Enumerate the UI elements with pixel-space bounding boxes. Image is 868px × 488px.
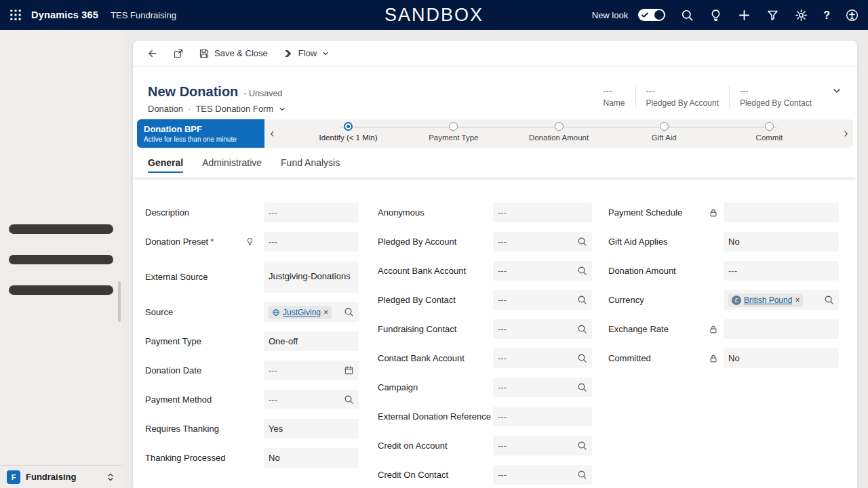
remove-value-icon[interactable]: × [795,296,800,304]
lookup-pill[interactable]: £ British Pound × [728,293,803,307]
donation-date-field[interactable]: --- [264,361,359,380]
bpf-scroll-right[interactable] [838,119,853,148]
toggle-knob [654,10,664,20]
credit-on-contact-field[interactable]: --- [493,465,592,485]
field-value: --- [498,382,507,392]
help-icon[interactable]: ? [823,9,830,22]
payment-method-field[interactable]: --- [264,390,359,409]
app-name[interactable]: Dynamics 365 [31,9,98,20]
exchange-rate-field[interactable] [724,319,839,339]
field-label: Description [145,207,189,218]
bpf-stage-payment-type[interactable]: Payment Type [401,119,506,148]
field-label: Contact Bank Account [378,353,465,363]
lookup-search-icon[interactable] [577,237,587,247]
tab-administrative[interactable]: Administrative [202,148,262,178]
field-value: No [269,453,280,463]
field-label: Campaign [378,382,418,392]
settings-gear-icon[interactable] [795,9,808,22]
gift-aid-applies-field[interactable]: No [724,232,839,251]
thanking-processed-field[interactable]: No [264,448,359,468]
field-value: --- [498,441,507,451]
lightbulb-icon[interactable] [709,9,722,22]
save-and-close-button[interactable]: Save & Close [193,44,274,63]
stage-dot [765,122,774,131]
bpf-scroll-left[interactable] [264,119,279,148]
lookup-search-icon[interactable] [577,295,587,305]
lookup-search-icon[interactable] [577,382,587,392]
bpf-stage-commit[interactable]: Commit [717,119,822,148]
field-value: No [728,237,740,247]
add-icon[interactable] [738,9,751,22]
lookup-search-icon[interactable] [577,441,587,451]
payment-type-field[interactable]: One-off [264,331,359,351]
lookup-search-icon[interactable] [824,295,834,305]
bpf-active-stage-chip[interactable]: Donation BPF Active for less than one mi… [137,119,264,148]
bpf-name: Donation BPF [144,124,258,134]
donation-amount-field[interactable]: --- [724,261,839,281]
area-switcher[interactable]: F Fundraising [0,465,122,488]
external-source-field[interactable]: Justgiving-Donations [264,262,359,293]
area-name[interactable]: TES Fundraising [111,10,176,20]
new-look-toggle[interactable] [638,9,665,21]
calendar-picker-icon[interactable] [344,365,354,375]
waffle-menu-icon[interactable] [9,9,22,21]
lookup-pill[interactable]: JustGiving × [269,306,332,319]
contact-bank-account-field[interactable]: --- [493,348,592,368]
payment-schedule-field[interactable] [724,203,839,222]
currency-field[interactable]: £ British Pound × [724,290,839,310]
lookup-link[interactable]: British Pound [744,296,792,305]
collapse-header-icon[interactable] [831,85,842,96]
lookup-search-icon[interactable] [344,394,354,405]
bpf-stage-donation-amount[interactable]: Donation Amount [506,119,611,148]
stage-label: Payment Type [429,134,478,142]
fundraising-contact-field[interactable]: --- [493,319,592,339]
back-button[interactable] [141,44,164,63]
bpf-stage-gift-aid[interactable]: Gift Aid [612,119,717,148]
flow-button[interactable]: Flow [277,44,336,63]
filter-icon[interactable] [766,9,779,22]
field-label: External Donation Reference [378,411,491,422]
suggestion-bulb-icon[interactable] [245,237,254,246]
pledged-by-account-field[interactable]: --- [493,232,592,251]
top-app-bar: Dynamics 365 TES Fundraising SANDBOX New… [0,0,868,30]
field-value: --- [498,237,507,247]
sidebar-scrollbar[interactable] [118,281,121,322]
chevron-down-icon[interactable] [278,105,286,113]
form-selector[interactable]: TES Donation Form [195,104,273,114]
requires-thanking-field[interactable]: Yes [264,419,359,439]
lookup-search-icon[interactable] [577,353,587,363]
field-value: --- [498,411,507,422]
tab-fund-analysis[interactable]: Fund Analysis [281,148,340,178]
open-form-switcher-button[interactable] [167,44,190,63]
lookup-search-icon[interactable] [577,470,587,480]
pledged-by-contact-field[interactable]: --- [493,290,592,310]
donation-preset-field[interactable]: --- [264,232,359,251]
tab-general[interactable]: General [148,148,183,178]
bpf-stage-identify[interactable]: Identify (< 1 Min) [296,119,401,148]
field-row-credit-on-account: Credit on Account --- [378,431,608,460]
field-row-external-source: External Source Justgiving-Donations [145,256,378,298]
anonymous-field[interactable]: --- [493,203,592,222]
back-arrow-icon [147,48,158,59]
search-icon[interactable] [681,9,694,22]
campaign-field[interactable]: --- [493,378,592,397]
account-bank-account-field[interactable]: --- [493,261,592,281]
committed-field[interactable]: No [724,348,839,368]
lookup-search-icon[interactable] [577,324,587,334]
field-label: Gift Aid Applies [608,237,667,247]
source-field[interactable]: JustGiving × [264,302,359,322]
lookup-link[interactable]: JustGiving [283,308,321,317]
description-field[interactable]: --- [264,203,359,222]
accessibility-icon[interactable] [846,9,859,22]
field-value: --- [498,207,507,218]
summary-label: Pledged By Account [646,98,719,108]
credit-on-account-field[interactable]: --- [493,436,592,455]
hamburger-menu-icon[interactable] [0,44,122,465]
remove-value-icon[interactable]: × [323,308,328,317]
globe-icon [272,308,280,317]
lookup-search-icon[interactable] [344,307,354,317]
header-summary-pledged-by-contact: --- Pledged By Contact [729,85,822,108]
lookup-search-icon[interactable] [577,266,587,276]
external-donation-reference-field[interactable]: --- [493,407,592,426]
stage-dot [660,122,669,131]
